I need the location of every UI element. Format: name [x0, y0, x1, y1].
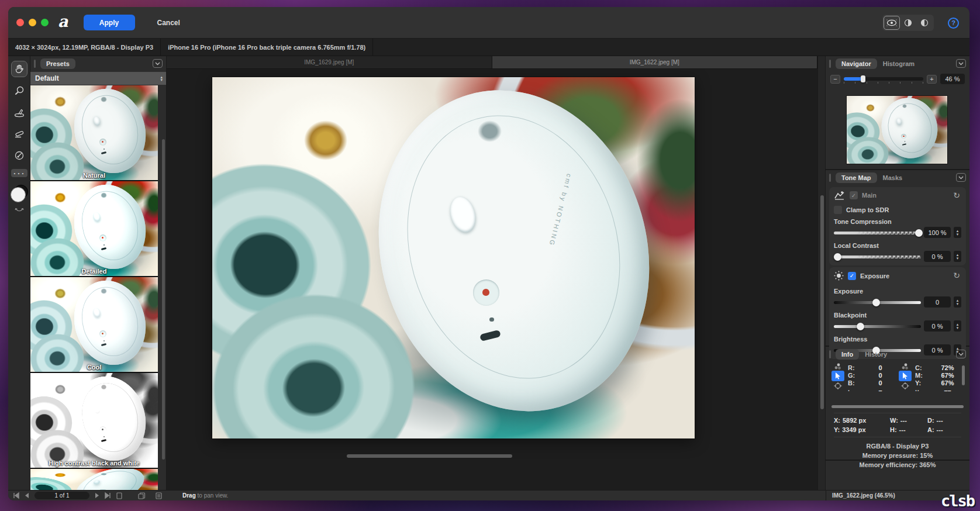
chevron-down-icon [958, 353, 964, 356]
tab-masks[interactable]: Masks [882, 172, 904, 183]
minimize-window-button[interactable] [29, 19, 36, 26]
preset-category-select[interactable]: Default ▴▾ [30, 72, 166, 85]
pages-icon[interactable] [138, 492, 146, 499]
hand-tool-button[interactable] [11, 61, 27, 77]
tab-tone-map[interactable]: Tone Map [836, 172, 877, 183]
reset-tone-map-icon[interactable]: ↻ [953, 191, 960, 200]
doc-tab-img-1629[interactable]: IMG_1629.jpeg [M] [167, 56, 492, 68]
preset-high-contrast-bw[interactable]: cmf by NOTHING High contrast black and w… [30, 373, 158, 469]
local-contrast-slider[interactable] [834, 253, 921, 261]
zoom-window-button[interactable] [41, 19, 49, 26]
zoom-in-button[interactable]: + [927, 75, 937, 84]
close-window-button[interactable] [16, 19, 24, 26]
clone-tool-button[interactable] [11, 147, 27, 164]
presets-tab[interactable]: Presets [40, 58, 75, 69]
status-hint: Drag to pan view. [182, 492, 228, 499]
mirror-view-button[interactable] [916, 16, 933, 30]
panel-grip[interactable] [829, 350, 831, 358]
exposure-slider[interactable] [834, 298, 921, 306]
eye-icon [886, 19, 897, 26]
reset-exposure-icon[interactable]: ↻ [953, 271, 960, 280]
presets-scrollbar[interactable] [162, 139, 165, 460]
canvas-image[interactable]: cmf by NOTHING [212, 77, 695, 439]
blackpoint-thumb[interactable] [857, 323, 864, 330]
navigator-preview[interactable]: cmf by NOTHING [847, 96, 947, 164]
preset-detailed[interactable]: cmf by NOTHING Detailed [30, 181, 158, 277]
exposure-group-row: ✓ Exposure ↻ [834, 271, 961, 281]
exposure-thumb[interactable] [872, 299, 880, 306]
preset-thumbnail: cmf by NOTHING [30, 181, 158, 276]
blackpoint-slider[interactable] [834, 322, 921, 330]
swap-colors-icon[interactable] [15, 206, 24, 213]
info-collapse-button[interactable] [956, 350, 966, 358]
readout-vertical-scrollbar[interactable] [962, 365, 965, 385]
doc-tab-img-1622[interactable]: IMG_1622.jpeg [M] [492, 56, 818, 68]
apply-button[interactable]: Apply [84, 15, 135, 30]
panel-grip[interactable] [34, 60, 36, 68]
document-infobar: 4032 × 3024px, 12.19MP, RGBA/8 - Display… [8, 39, 969, 56]
magnifier-icon [14, 85, 25, 96]
info-panel: Info History [826, 347, 969, 461]
tab-info[interactable]: Info [836, 349, 859, 360]
cursor-source-button[interactable] [831, 371, 844, 381]
last-page-icon[interactable] [105, 493, 111, 498]
next-page-icon[interactable] [95, 493, 99, 498]
blackpoint-stepper[interactable]: ▴▾ [954, 320, 961, 332]
cancel-button[interactable]: Cancel [157, 19, 180, 27]
page-indicator[interactable]: 1 of 1 [34, 492, 89, 499]
blemish-removal-tool-button[interactable] [11, 104, 27, 120]
navigator-collapse-button[interactable] [956, 59, 966, 68]
local-contrast-thumb[interactable] [834, 253, 841, 261]
local-contrast-stepper[interactable]: ▴▾ [954, 251, 961, 262]
tone-compression-stepper[interactable]: ▴▾ [954, 227, 961, 238]
previous-page-icon[interactable] [25, 493, 29, 498]
exposure-checkbox[interactable]: ✓ [848, 272, 856, 280]
tone-compression-thumb[interactable] [915, 229, 923, 237]
preset-cool[interactable]: cmf by NOTHING Cool [30, 277, 158, 373]
tab-navigator[interactable]: Navigator [836, 58, 877, 69]
list-view-icon[interactable] [156, 492, 162, 499]
panel-grip[interactable] [829, 60, 831, 68]
tone-map-header: Tone Map Masks [826, 170, 969, 185]
split-view-button[interactable] [900, 16, 916, 30]
panel-grip[interactable] [829, 174, 831, 182]
tab-history[interactable]: History [864, 349, 888, 360]
preset-label: High contrast black and white [30, 460, 158, 467]
exposure-stepper[interactable]: ▴▾ [954, 296, 961, 308]
more-tools-button[interactable]: • • • [11, 169, 27, 177]
single-page-icon[interactable] [116, 492, 122, 499]
target-icon[interactable] [833, 382, 843, 390]
preset-natural[interactable]: cmf by NOTHING Natural [30, 85, 158, 181]
mic-grille [101, 192, 107, 198]
view-mode-group [882, 15, 934, 31]
panels-scrollbar[interactable] [820, 195, 824, 409]
tab-histogram[interactable]: Histogram [882, 58, 916, 69]
preset-partial[interactable]: cmf by NOTHING [30, 469, 158, 490]
canvas-viewport[interactable]: cmf by NOTHING [167, 69, 817, 490]
target-icon[interactable] [900, 382, 910, 390]
tone-compression-slider[interactable] [834, 229, 921, 237]
tone-map-collapse-button[interactable] [956, 173, 966, 182]
zoom-value[interactable]: 46 % [940, 74, 965, 84]
overlay-paint-tool-button[interactable] [11, 126, 27, 142]
tone-compression-value[interactable]: 100 % [924, 227, 951, 238]
zoom-out-button[interactable]: − [830, 75, 840, 84]
zoom-tool-button[interactable] [11, 82, 27, 99]
first-page-icon[interactable] [13, 493, 19, 498]
single-view-button[interactable] [884, 16, 900, 30]
color-selector[interactable] [11, 185, 28, 202]
presets-collapse-button[interactable] [153, 59, 163, 68]
help-button[interactable]: ? [948, 18, 959, 29]
tools-sidebar: • • • [8, 56, 30, 490]
cursor-source-button[interactable] [899, 371, 912, 381]
preset-thumbnail: cmf by NOTHING [30, 85, 158, 180]
exposure-value[interactable]: 0 [924, 296, 951, 308]
clamp-to-sdr-checkbox[interactable] [834, 206, 842, 214]
main-checkbox[interactable]: ✓ [850, 191, 858, 199]
zoom-slider[interactable] [844, 75, 923, 83]
readout-horizontal-scrollbar[interactable] [831, 405, 964, 408]
local-contrast-value[interactable]: 0 % [924, 251, 951, 262]
blackpoint-value[interactable]: 0 % [924, 320, 951, 332]
foreground-color-swatch[interactable] [11, 187, 26, 202]
canvas-horizontal-scrollbar[interactable] [347, 454, 512, 458]
